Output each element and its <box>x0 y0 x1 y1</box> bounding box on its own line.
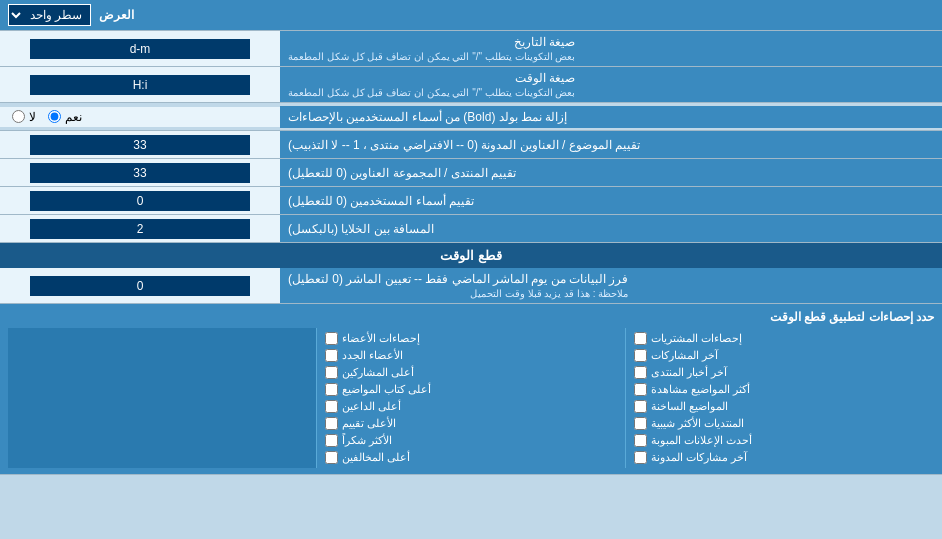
date-format-value <box>0 31 280 66</box>
topic-order-label: تقييم الموضوع / العناوين المدونة (0 -- ا… <box>280 131 942 158</box>
checkbox-label-2-2: أعلى المشاركين <box>342 366 414 379</box>
forum-order-value <box>0 159 280 186</box>
filter-days-title: فرز البيانات من يوم الماشر الماضي فقط --… <box>288 272 628 286</box>
checkbox-item-1-3: أكثر المواضيع مشاهدة <box>634 383 926 396</box>
checkbox-label-2-7: أعلى المخالفين <box>342 451 410 464</box>
cell-gap-title: المسافة بين الخلايا (بالبكسل) <box>288 222 434 236</box>
cell-gap-row: المسافة بين الخلايا (بالبكسل) <box>0 215 942 243</box>
date-format-title: صيغة التاريخ <box>288 35 575 49</box>
checkbox-input-1-1[interactable] <box>634 349 647 362</box>
header-row: العرض سطر واحد سطرين ثلاثة أسطر <box>0 0 942 31</box>
checkboxes-grid: إحصاءات المشتريات آخر المشاركات آخر أخبا… <box>8 328 934 468</box>
user-names-row: تقييم أسماء المستخدمين (0 للتعطيل) <box>0 187 942 215</box>
realtime-section-header: قطع الوقت <box>0 243 942 268</box>
checkbox-item-2-7: أعلى المخالفين <box>325 451 617 464</box>
header-label: العرض <box>99 8 934 22</box>
realtime-section-title: قطع الوقت <box>440 248 502 263</box>
bold-yes-label: نعم <box>65 110 82 124</box>
checkbox-input-1-2[interactable] <box>634 366 647 379</box>
stats-section-title: حدد إحصاءات لتطبيق قطع الوقت <box>8 310 934 324</box>
checkbox-label-1-0: إحصاءات المشتريات <box>651 332 742 345</box>
checkbox-input-1-4[interactable] <box>634 400 647 413</box>
topic-order-row: تقييم الموضوع / العناوين المدونة (0 -- ا… <box>0 131 942 159</box>
checkbox-input-1-6[interactable] <box>634 434 647 447</box>
checkbox-label-2-0: إحصاءات الأعضاء <box>342 332 420 345</box>
checkbox-label-1-2: آخر أخبار المنتدى <box>651 366 727 379</box>
checkbox-input-1-7[interactable] <box>634 451 647 464</box>
filter-days-label: فرز البيانات من يوم الماشر الماضي فقط --… <box>280 268 942 303</box>
user-names-title: تقييم أسماء المستخدمين (0 للتعطيل) <box>288 194 474 208</box>
filter-days-value <box>0 268 280 303</box>
checkbox-input-1-5[interactable] <box>634 417 647 430</box>
checkbox-input-1-0[interactable] <box>634 332 647 345</box>
checkbox-item-2-3: أعلى كتاب المواضيع <box>325 383 617 396</box>
bold-no-label: لا <box>29 110 36 124</box>
date-format-input[interactable] <box>30 39 250 59</box>
topic-order-value <box>0 131 280 158</box>
checkbox-input-2-3[interactable] <box>325 383 338 396</box>
checkbox-item-1-1: آخر المشاركات <box>634 349 926 362</box>
forum-order-input[interactable] <box>30 163 250 183</box>
checkbox-item-2-2: أعلى المشاركين <box>325 366 617 379</box>
topic-order-input[interactable] <box>30 135 250 155</box>
bold-yes-radio[interactable] <box>48 110 61 123</box>
checkbox-col-1: إحصاءات المشتريات آخر المشاركات آخر أخبا… <box>625 328 934 468</box>
checkbox-input-2-6[interactable] <box>325 434 338 447</box>
checkbox-col-2: إحصاءات الأعضاء الأعضاء الجدد أعلى المشا… <box>316 328 625 468</box>
time-format-input[interactable] <box>30 75 250 95</box>
display-mode-select[interactable]: سطر واحد سطرين ثلاثة أسطر <box>8 4 91 26</box>
user-names-input[interactable] <box>30 191 250 211</box>
checkbox-item-2-4: أعلى الداعين <box>325 400 617 413</box>
cell-gap-input[interactable] <box>30 219 250 239</box>
main-container: العرض سطر واحد سطرين ثلاثة أسطر صيغة الت… <box>0 0 942 475</box>
checkbox-label-1-4: المواضيع الساخنة <box>651 400 728 413</box>
checkbox-input-1-3[interactable] <box>634 383 647 396</box>
cell-gap-label: المسافة بين الخلايا (بالبكسل) <box>280 215 942 242</box>
topic-order-title: تقييم الموضوع / العناوين المدونة (0 -- ا… <box>288 138 640 152</box>
cell-gap-value <box>0 215 280 242</box>
filter-days-input[interactable] <box>30 276 250 296</box>
checkbox-item-1-6: أحدث الإعلانات المبوبة <box>634 434 926 447</box>
checkbox-input-2-2[interactable] <box>325 366 338 379</box>
header-control: سطر واحد سطرين ثلاثة أسطر <box>8 4 99 26</box>
checkbox-label-2-5: الأعلى تقييم <box>342 417 396 430</box>
checkbox-item-1-0: إحصاءات المشتريات <box>634 332 926 345</box>
checkbox-item-2-1: الأعضاء الجدد <box>325 349 617 362</box>
checkbox-item-1-2: آخر أخبار المنتدى <box>634 366 926 379</box>
bold-no-radio[interactable] <box>12 110 25 123</box>
user-names-value <box>0 187 280 214</box>
checkbox-label-1-3: أكثر المواضيع مشاهدة <box>651 383 750 396</box>
checkbox-label-1-1: آخر المشاركات <box>651 349 718 362</box>
checkbox-input-2-7[interactable] <box>325 451 338 464</box>
forum-order-label: تقييم المنتدى / المجموعة العناوين (0 للت… <box>280 159 942 186</box>
checkbox-item-1-7: آخر مشاركات المدونة <box>634 451 926 464</box>
user-names-label: تقييم أسماء المستخدمين (0 للتعطيل) <box>280 187 942 214</box>
checkbox-input-2-1[interactable] <box>325 349 338 362</box>
stats-section: حدد إحصاءات لتطبيق قطع الوقت إحصاءات الم… <box>0 304 942 475</box>
bold-remove-label: إزالة نمط بولد (Bold) من أسماء المستخدمي… <box>280 106 942 128</box>
bold-remove-title: إزالة نمط بولد (Bold) من أسماء المستخدمي… <box>288 110 567 124</box>
checkbox-label-2-6: الأكثر شكراً <box>342 434 392 447</box>
bold-remove-value: نعم لا <box>0 107 280 127</box>
checkbox-item-2-5: الأعلى تقييم <box>325 417 617 430</box>
checkbox-input-2-5[interactable] <box>325 417 338 430</box>
date-format-sublabel: بعض التكوينات يتطلب "/" التي يمكن ان تضا… <box>288 51 575 62</box>
date-format-row: صيغة التاريخ بعض التكوينات يتطلب "/" الت… <box>0 31 942 67</box>
checkbox-col-3 <box>8 328 316 468</box>
bold-remove-row: إزالة نمط بولد (Bold) من أسماء المستخدمي… <box>0 103 942 131</box>
checkbox-input-2-4[interactable] <box>325 400 338 413</box>
time-format-sublabel: بعض التكوينات يتطلب "/" التي يمكن ان تضا… <box>288 87 575 98</box>
checkbox-label-2-1: الأعضاء الجدد <box>342 349 403 362</box>
header-title: العرض <box>99 8 134 22</box>
forum-order-row: تقييم المنتدى / المجموعة العناوين (0 للت… <box>0 159 942 187</box>
checkbox-input-2-0[interactable] <box>325 332 338 345</box>
time-format-row: صيغة الوقت بعض التكوينات يتطلب "/" التي … <box>0 67 942 103</box>
checkbox-item-1-4: المواضيع الساخنة <box>634 400 926 413</box>
checkbox-item-1-5: المنتديات الأكثر شيبية <box>634 417 926 430</box>
checkbox-label-2-4: أعلى الداعين <box>342 400 401 413</box>
checkbox-label-1-6: أحدث الإعلانات المبوبة <box>651 434 752 447</box>
date-format-label: صيغة التاريخ بعض التكوينات يتطلب "/" الت… <box>280 31 942 66</box>
checkbox-item-2-0: إحصاءات الأعضاء <box>325 332 617 345</box>
filter-days-row: فرز البيانات من يوم الماشر الماضي فقط --… <box>0 268 942 304</box>
time-format-label: صيغة الوقت بعض التكوينات يتطلب "/" التي … <box>280 67 942 102</box>
